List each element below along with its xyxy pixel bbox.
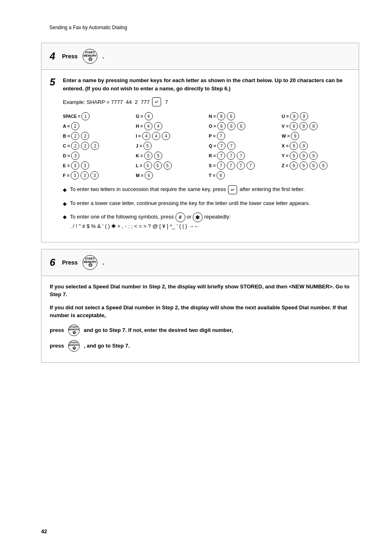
- step6-press-btn1: START/ MEMORY ⏻: [68, 325, 80, 336]
- page-number: 42: [41, 528, 47, 534]
- key-N: N = 86: [209, 112, 278, 120]
- step5-number: 5: [50, 76, 58, 88]
- key-A: A = 2: [63, 122, 132, 130]
- bullet-item-2: ◆ To enter a lower case letter, continue…: [63, 199, 350, 207]
- key-W: W = 9: [282, 132, 351, 140]
- arrow-key-bullet1: ↵: [228, 185, 237, 194]
- step4-number: 4: [50, 51, 58, 62]
- bullet-section: ◆ To enter two letters in succession tha…: [63, 185, 350, 230]
- key-Y: Y = 999: [282, 152, 351, 160]
- step6-para2: If you did not select a Speed Dial numbe…: [50, 304, 350, 320]
- key-D: D = 3: [63, 152, 132, 160]
- page-header: Sending a Fax by Automatic Dialing: [41, 25, 359, 30]
- key-P: P = 7: [209, 132, 278, 140]
- step6-box: 6 Press START/ MEMORY ⏻ .: [41, 249, 359, 276]
- key-S: S = 7777: [209, 161, 278, 170]
- key-C: C = 222: [63, 142, 132, 150]
- key-R: R = 777: [209, 152, 278, 160]
- step5-section: 5 Enter a name by pressing number keys f…: [41, 70, 359, 242]
- step6-press-line2: press START/ MEMORY ⏻ , and go to Step 7…: [50, 340, 350, 352]
- key-M: M = 6: [136, 171, 205, 180]
- arrow-key-example: ↵: [152, 97, 161, 106]
- key-Q: Q = 77: [209, 142, 278, 150]
- key-K: K = 55: [136, 152, 205, 160]
- key-chart: SPACE = 1 G = 4 N = 86 U =: [63, 112, 350, 180]
- key-space: SPACE = 1: [63, 112, 132, 120]
- step4-start-memory-button: START/ MEMORY ⏻: [83, 49, 97, 64]
- step5-title: Enter a name by pressing number keys for…: [63, 76, 350, 92]
- step6-press-label: Press: [62, 259, 78, 266]
- key-V: V = 888: [282, 122, 351, 130]
- step6-press-btn2: START/ MEMORY ⏻: [68, 340, 80, 352]
- step6-para1: If you selected a Speed Dial number in S…: [50, 283, 350, 299]
- key-T: T = 8: [209, 171, 278, 180]
- key-L: L = 555: [136, 161, 205, 170]
- step6-start-memory-button: START/ MEMORY ⏻: [83, 255, 97, 270]
- key-Z: Z = 9999: [282, 161, 351, 170]
- bullet-item-1: ◆ To enter two letters in succession tha…: [63, 185, 350, 194]
- step4-box: 4 Press START/ MEMORY ⏻ .: [41, 43, 359, 70]
- step6-press-line1: press START/ MEMORY ⏻ and go to Step 7. …: [50, 325, 350, 336]
- step6-section: If you selected a Speed Dial number in S…: [41, 276, 359, 363]
- key-G: G = 4: [136, 112, 205, 120]
- key-X: X = 99: [282, 142, 351, 150]
- key-F: F = 333: [63, 171, 132, 180]
- example-line: Example: SHARP = 7777 44 2 777 ↵ 7: [63, 97, 350, 106]
- key-O: O = 666: [209, 122, 278, 130]
- key-I: I = 444: [136, 132, 205, 140]
- key-E: E = 33: [63, 161, 132, 170]
- key-U: U = 88: [282, 112, 351, 120]
- key-J: J = 5: [136, 142, 205, 150]
- step6-number: 6: [50, 257, 58, 268]
- key-B: B = 22: [63, 132, 132, 140]
- star-key: ✱: [193, 212, 203, 222]
- key-H: H = 44: [136, 122, 205, 130]
- bullet-item-3: ◆ To enter one of the following symbols,…: [63, 212, 350, 230]
- hash-key: #: [175, 212, 185, 222]
- step4-press-label: Press: [62, 53, 78, 60]
